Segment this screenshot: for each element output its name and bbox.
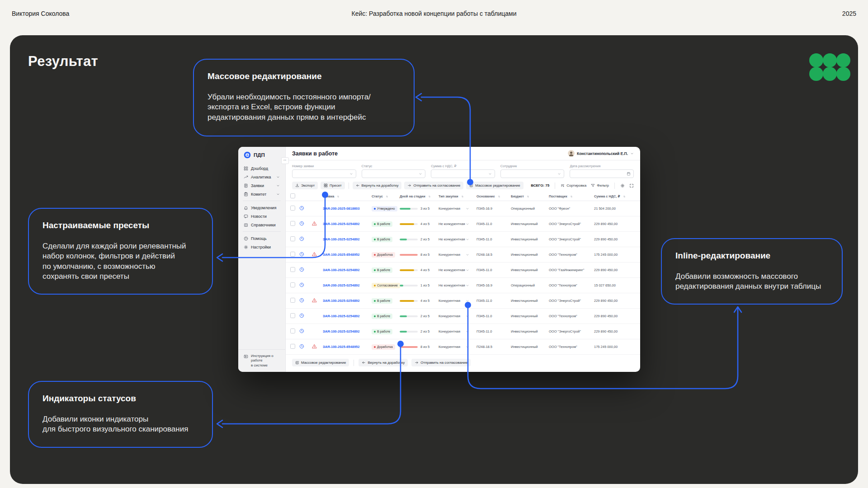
row-checkbox[interactable] xyxy=(290,267,295,272)
filter-field-4[interactable]: Дата рассмотрения xyxy=(570,164,634,178)
request-link[interactable]: ЗАЯ-100-2025-0254892 xyxy=(323,329,372,333)
table-row-2[interactable]: ЗАЯ-100-2025-0254892В работе2 из 5Не кон… xyxy=(286,232,640,247)
filter-input[interactable] xyxy=(500,169,565,178)
budget-cell: Инвестиционный xyxy=(511,222,549,226)
status-dot xyxy=(374,300,376,302)
request-link[interactable]: ЗАЯ-200-2025-0254892 xyxy=(323,283,372,287)
purchase-type-dropdown[interactable]: Конкурентная xyxy=(439,345,476,349)
sidebar-collapse-button[interactable]: ‹› xyxy=(281,157,289,164)
table-row-1[interactable]: ЗАЯ-100-2025-0254892В работе4 из 5Не кон… xyxy=(286,216,640,232)
table-row-3[interactable]: ЗАЯ-100-2025-6548952Доработка8 из 5Конку… xyxy=(286,247,640,263)
clock-icon xyxy=(299,328,304,333)
column-header-0[interactable]: Заявка xyxy=(323,194,372,198)
filter-field-0[interactable]: Номер заявки xyxy=(292,164,356,178)
footer-return-button[interactable]: Вернуть на доработку xyxy=(359,359,408,366)
sidebar-item-1-0[interactable]: Уведомления xyxy=(238,203,285,212)
sidebar-item-2-1[interactable]: Настройки xyxy=(238,243,285,251)
sidebar-instruction-link[interactable]: Инструкция о работе в системе xyxy=(238,349,285,372)
filter-field-1[interactable]: Статус xyxy=(362,164,426,178)
column-header-4[interactable]: Основание xyxy=(476,194,511,198)
purchase-type-dropdown[interactable]: Конкурентная xyxy=(439,329,476,333)
purchase-type-dropdown[interactable]: Не конкурентная xyxy=(439,268,476,272)
mass-edit-button[interactable]: Массовое редактирование xyxy=(466,182,523,189)
column-header-5[interactable]: Бюджет xyxy=(511,194,549,198)
chevron-down-icon xyxy=(276,184,280,188)
sort-button[interactable]: Сортировка xyxy=(561,183,586,188)
row-checkbox[interactable] xyxy=(290,298,295,303)
row-checkbox[interactable] xyxy=(290,221,295,226)
table-settings-button[interactable] xyxy=(620,183,625,188)
table-row-4[interactable]: ЗАЯ-100-2025-0254892В работе4 из 5Не кон… xyxy=(286,263,640,278)
sidebar-item-2-0[interactable]: Помощь xyxy=(238,234,285,243)
arrow-left-icon xyxy=(356,183,360,188)
basis-cell: П345-11.0 xyxy=(476,314,511,318)
footer-send-button[interactable]: Отправить на согласование xyxy=(411,359,471,366)
sidebar-item-0-1[interactable]: Аналитика xyxy=(238,173,285,181)
row-checkbox[interactable] xyxy=(290,206,295,211)
table-row-6[interactable]: ЗАЯ-100-2025-0254892В работе4 из 5Конкур… xyxy=(286,293,640,309)
column-header-6[interactable]: Поставщик xyxy=(549,194,594,198)
sort-icon xyxy=(461,195,464,198)
preset-button[interactable]: Пресет xyxy=(321,182,345,189)
sidebar-item-1-1[interactable]: Новости xyxy=(238,212,285,221)
column-header-1[interactable]: Статус xyxy=(372,194,400,198)
column-label: Заявка xyxy=(323,194,334,198)
table-row-7[interactable]: ЗАЯ-100-2025-0254892В работе2 из 5Конкур… xyxy=(286,309,640,324)
sidebar-item-label: Уведомления xyxy=(251,206,276,210)
fullscreen-button[interactable] xyxy=(629,183,634,188)
clock-icon xyxy=(299,252,304,257)
filter-field-3[interactable]: Сотрудник xyxy=(500,164,565,178)
table-row-0[interactable]: ЗАЯ-200-2025-0818603Утверждено3 из 5Конк… xyxy=(286,201,640,216)
row-checkbox[interactable] xyxy=(290,313,295,318)
purchase-type-dropdown[interactable]: Конкурентная xyxy=(439,206,476,211)
user-menu[interactable]: Константинопольский Е.П. xyxy=(568,150,634,157)
return-button[interactable]: Вернуть на доработку xyxy=(353,182,402,189)
app-window: ПДП ДэшбордАналитикаЗаявкиКомитетУведомл… xyxy=(238,147,640,372)
sidebar-item-0-2[interactable]: Заявки xyxy=(238,181,285,190)
request-link[interactable]: ЗАЯ-100-2025-6548952 xyxy=(323,345,372,349)
request-link[interactable]: ЗАЯ-100-2025-0254892 xyxy=(323,268,372,272)
row-checkbox[interactable] xyxy=(290,344,295,349)
warning-icon xyxy=(312,252,317,257)
filter-input[interactable] xyxy=(431,169,495,178)
request-link[interactable]: ЗАЯ-100-2025-0254892 xyxy=(323,314,372,318)
sidebar-item-0-0[interactable]: Дэшборд xyxy=(238,164,285,173)
filter-button[interactable]: Фильтр xyxy=(591,183,609,188)
send-button[interactable]: Отправить на согласование xyxy=(404,182,463,189)
row-checkbox[interactable] xyxy=(290,236,295,241)
filter-field-2[interactable]: Сумма с НДС, ₽ xyxy=(431,164,495,178)
purchase-type-dropdown[interactable]: Конкурентная xyxy=(439,253,476,257)
filter-input[interactable] xyxy=(292,169,356,178)
purchase-type-dropdown[interactable]: Не конкурентная xyxy=(439,283,476,287)
request-link[interactable]: ЗАЯ-100-2025-0254892 xyxy=(323,299,372,303)
purchase-type-dropdown[interactable]: Не конкурентная xyxy=(439,237,476,241)
sidebar-item-0-3[interactable]: Комитет xyxy=(238,190,285,198)
footer-mass-edit-button[interactable]: Массовое редактирование xyxy=(292,359,349,366)
request-link[interactable]: ЗАЯ-100-2025-0254892 xyxy=(323,222,372,226)
table-row-5[interactable]: ЗАЯ-200-2025-0254892Согласование1 из 5Не… xyxy=(286,278,640,293)
purchase-type-dropdown[interactable]: Конкурентная xyxy=(439,299,476,303)
purchase-type-label: Не конкурентная xyxy=(439,222,465,226)
table-row-8[interactable]: ЗАЯ-100-2025-0254892В работе2 из 5Конкур… xyxy=(286,324,640,339)
filter-input[interactable] xyxy=(570,169,634,178)
budget-cell: Инвестиционный xyxy=(511,329,549,333)
purchase-type-dropdown[interactable]: Конкурентная xyxy=(439,314,476,318)
row-checkbox[interactable] xyxy=(290,328,295,333)
supplier-cell: ООО "Технопром" xyxy=(549,314,594,318)
select-all-checkbox[interactable] xyxy=(290,193,295,198)
request-link[interactable]: ЗАЯ-100-2025-0254892 xyxy=(323,237,372,241)
column-header-3[interactable]: Тип закупки xyxy=(439,194,476,198)
sidebar-item-1-2[interactable]: Справочники xyxy=(238,221,285,229)
purchase-type-dropdown[interactable]: Не конкурентная xyxy=(439,222,476,226)
column-header-2[interactable]: Дней на стадии xyxy=(400,194,439,198)
request-link[interactable]: ЗАЯ-200-2025-0818603 xyxy=(323,206,372,211)
row-checkbox[interactable] xyxy=(290,252,295,257)
export-button[interactable]: Экспорт xyxy=(292,182,318,189)
app-main: Заявки в работе Константинопольский Е.П.… xyxy=(286,147,640,372)
committee-icon xyxy=(244,192,248,197)
request-link[interactable]: ЗАЯ-100-2025-6548952 xyxy=(323,253,372,257)
filter-input[interactable] xyxy=(362,169,426,178)
column-header-7[interactable]: Сумма с НДС, ₽ xyxy=(594,194,640,198)
table-row-9[interactable]: ЗАЯ-100-2025-6548952Доработка8 из 5Конку… xyxy=(286,339,640,355)
row-checkbox[interactable] xyxy=(290,282,295,287)
